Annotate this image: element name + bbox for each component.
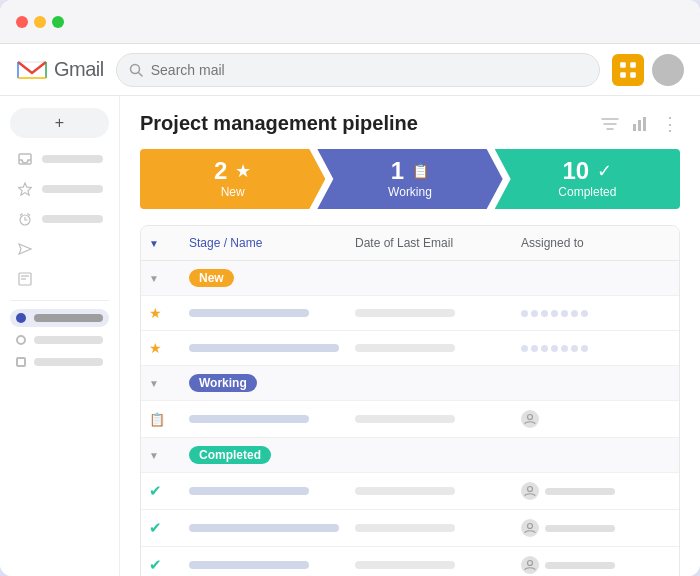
stage-working-icon: 📋 [412, 163, 429, 179]
square-icon [16, 357, 26, 367]
sidebar-item-more[interactable] [10, 353, 109, 371]
main-window: Gmail + [0, 0, 700, 576]
compose-button[interactable]: + [10, 108, 109, 138]
name-placeholder-bar [189, 561, 309, 569]
stage-new-icon: ★ [235, 160, 251, 182]
close-dot[interactable] [16, 16, 28, 28]
stage-completed-icon: ✓ [597, 160, 612, 182]
row-email-cell [347, 411, 513, 427]
row-icon-cell: ★ [141, 336, 181, 360]
stage-completed-label: Completed [558, 185, 616, 199]
chevron-working-icon: ▼ [149, 378, 159, 389]
name-placeholder-bar [189, 309, 309, 317]
row-assigned-cell [513, 306, 679, 321]
group-working-toggle[interactable]: ▼ [141, 374, 181, 393]
group-completed-toggle[interactable]: ▼ [141, 446, 181, 465]
group-working-badge-cell: Working [181, 370, 347, 396]
stage-new-label: New [221, 185, 245, 199]
table-row[interactable]: ✔ [141, 473, 679, 510]
sidebar-item-starred[interactable] [10, 176, 109, 202]
gmail-m-icon [16, 58, 48, 82]
th-assigned-to[interactable]: Assigned to [513, 232, 679, 254]
row-assigned-cell [513, 515, 679, 541]
sidebar-item-active[interactable] [10, 309, 109, 327]
assigned-avatar [521, 519, 539, 537]
group-new-badge-cell: New [181, 265, 347, 291]
name-placeholder-bar [189, 487, 309, 495]
minimize-dot[interactable] [34, 16, 46, 28]
gmail-toolbar-icons [612, 54, 684, 86]
row-email-cell [347, 340, 513, 356]
table-header: ▼ Stage / Name Date of Last Email Assign… [141, 226, 679, 261]
table-row[interactable]: ★ [141, 331, 679, 366]
clock-icon [16, 210, 34, 228]
row-name-cell [181, 305, 347, 321]
sidebar-item-drafts[interactable] [10, 266, 109, 292]
search-bar[interactable] [116, 53, 600, 87]
plus-icon: + [55, 114, 64, 132]
table-row[interactable]: ✔ [141, 547, 679, 576]
more-icon[interactable]: ⋮ [660, 114, 680, 134]
row-icon-cell: ✔ [141, 478, 181, 504]
star-row-icon: ★ [149, 305, 162, 321]
main-area: + [0, 96, 700, 576]
row-assigned-cell [513, 552, 679, 576]
group-new: ▼ New [141, 261, 679, 296]
chevron-completed-icon: ▼ [149, 450, 159, 461]
table-row[interactable]: 📋 [141, 401, 679, 438]
check-row-icon: ✔ [149, 519, 162, 537]
svg-point-24 [528, 487, 533, 492]
stage-new-count: 2 [214, 159, 227, 183]
grid-icon[interactable] [612, 54, 644, 86]
stage-completed[interactable]: 10 ✓ Completed [495, 149, 680, 209]
draft-icon [16, 270, 34, 288]
sidebar-item-sent[interactable] [10, 236, 109, 262]
row-assigned-cell [513, 341, 679, 356]
assigned-avatar [521, 410, 539, 428]
maximize-dot[interactable] [52, 16, 64, 28]
email-placeholder-bar [355, 561, 455, 569]
stage-new[interactable]: 2 ★ New [140, 149, 325, 209]
gmail-logo: Gmail [16, 58, 104, 82]
th-stage-name[interactable]: Stage / Name [181, 232, 347, 254]
search-input[interactable] [151, 62, 587, 78]
row-assigned-cell [513, 478, 679, 504]
group-completed-badge-cell: Completed [181, 442, 347, 468]
name-placeholder-bar [189, 415, 309, 423]
titlebar [0, 0, 700, 44]
name-placeholder-bar [189, 524, 339, 532]
group-new-toggle[interactable]: ▼ [141, 269, 181, 288]
sidebar-item-contacts[interactable] [10, 331, 109, 349]
page-title: Project management pipeline [140, 112, 418, 135]
row-email-cell [347, 557, 513, 573]
svg-rect-21 [638, 120, 641, 131]
user-avatar[interactable] [652, 54, 684, 86]
sidebar-label-bar [42, 215, 103, 223]
check-row-icon: ✔ [149, 482, 162, 500]
th-last-email-label: Date of Last Email [355, 236, 453, 250]
table-row[interactable]: ★ [141, 296, 679, 331]
svg-rect-22 [643, 117, 646, 131]
email-placeholder-bar [355, 487, 455, 495]
table-row[interactable]: ✔ [141, 510, 679, 547]
completed-badge: Completed [189, 446, 271, 464]
assigned-name-bar [545, 525, 615, 532]
svg-rect-10 [630, 72, 636, 78]
sidebar-label-bar [42, 185, 103, 193]
svg-line-6 [138, 72, 142, 76]
row-name-cell [181, 340, 347, 356]
send-icon [16, 240, 34, 258]
th-last-email[interactable]: Date of Last Email [347, 232, 513, 254]
stage-working[interactable]: 1 📋 Working [317, 149, 502, 209]
sidebar-nav [10, 146, 109, 371]
filter-icon[interactable] [600, 114, 620, 134]
content-area: Project management pipeline [120, 96, 700, 576]
window-controls [16, 16, 64, 28]
assigned-name-bar [545, 488, 615, 495]
new-badge: New [189, 269, 234, 287]
chart-icon[interactable] [630, 114, 650, 134]
svg-point-23 [528, 415, 533, 420]
sidebar-item-inbox[interactable] [10, 146, 109, 172]
sidebar-item-snoozed[interactable] [10, 206, 109, 232]
row-icon-cell: ✔ [141, 552, 181, 576]
